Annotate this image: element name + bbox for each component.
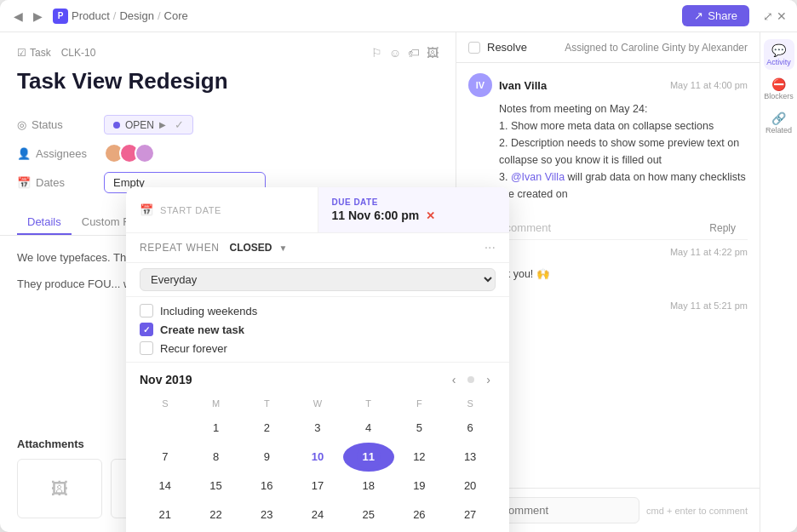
- task-header: ☑ Task CLK-10 ⚐ ☺ 🏷 🖼 Task View Redesign: [0, 32, 456, 115]
- cal-day-3-2[interactable]: 23: [241, 501, 292, 529]
- blockers-icon: ⛔: [771, 77, 786, 91]
- flag-icon[interactable]: ⚐: [371, 46, 382, 60]
- cal-day-2-0[interactable]: 14: [140, 472, 191, 501]
- task-tag: ☑ Task: [17, 47, 51, 59]
- weekends-checkbox[interactable]: [140, 304, 153, 317]
- image-icon[interactable]: 🖼: [427, 46, 439, 60]
- cal-day-3-1[interactable]: 22: [191, 501, 242, 529]
- cal-day-2-3[interactable]: 17: [292, 472, 343, 501]
- dates-label: 📅 Dates: [17, 176, 94, 189]
- due-date-value: 11 Nov 6:00 pm ✕: [332, 209, 496, 222]
- cal-day-0-1[interactable]: 1: [191, 414, 242, 443]
- cal-day-2-4[interactable]: 18: [343, 472, 394, 501]
- clear-due-date-button[interactable]: ✕: [426, 209, 435, 222]
- cal-day-0-3[interactable]: 3: [292, 414, 343, 443]
- recur-forever-checkbox[interactable]: [140, 341, 153, 355]
- due-date-label: DUE DATE: [332, 197, 496, 207]
- author-row-3: o May 11 at 5:21 pm: [468, 294, 748, 317]
- cal-week-0: 123456: [140, 414, 496, 443]
- dp-due-date[interactable]: DUE DATE 11 Nov 6:00 pm ✕: [318, 187, 510, 232]
- dates-icon: 📅: [17, 176, 31, 189]
- mention-ivan: @Ivan Villa: [511, 171, 565, 183]
- forward-button[interactable]: ▶: [30, 8, 46, 25]
- resolve-checkbox[interactable]: [468, 42, 480, 54]
- tag-icon[interactable]: 🏷: [408, 46, 420, 60]
- breadcrumb-core[interactable]: Core: [164, 9, 188, 22]
- cal-day-1-3[interactable]: 10: [292, 443, 343, 472]
- cal-day-1-1[interactable]: 8: [191, 443, 242, 472]
- sidebar-blockers-button[interactable]: ⛔ Blockers: [764, 73, 794, 104]
- share-button[interactable]: ↗ Share: [682, 5, 749, 26]
- dp-frequency-select: Everyday Every week Every month: [126, 263, 509, 297]
- attachment-1[interactable]: 🖼: [17, 459, 102, 518]
- cal-day-0-2[interactable]: 2: [241, 414, 292, 443]
- cal-day-1-6[interactable]: 13: [444, 443, 496, 472]
- cal-day-1-2[interactable]: 9: [241, 443, 292, 472]
- avatar-ivan: IV: [468, 73, 492, 97]
- time-3: May 11 at 5:21 pm: [670, 300, 748, 311]
- status-badge[interactable]: OPEN ▶ ✓: [104, 115, 193, 134]
- resolve-label[interactable]: Resolve: [487, 41, 527, 54]
- expand-button[interactable]: ⤢: [763, 9, 773, 23]
- sidebar-activity-button[interactable]: 💬 Activity: [764, 39, 794, 70]
- assignees-field: 👤 Assignees: [17, 143, 439, 163]
- comment-2-text: hk you! 🙌: [468, 267, 748, 280]
- dp-options: Including weekends ✓ Create new task Rec…: [126, 297, 509, 363]
- breadcrumb-product[interactable]: Product: [72, 9, 110, 22]
- back-button[interactable]: ◀: [10, 8, 26, 25]
- assignee-avatars[interactable]: [104, 143, 155, 163]
- related-icon: 🔗: [771, 112, 786, 125]
- cal-day-0-6[interactable]: 6: [444, 414, 496, 443]
- start-date-icon: 📅: [140, 203, 153, 216]
- dp-repeat-bar: REPEAT WHEN CLOSED ▼ ···: [126, 233, 509, 263]
- cal-day-3-3[interactable]: 24: [292, 501, 343, 529]
- reply-button[interactable]: Reply: [709, 222, 736, 234]
- cal-days-header: S M T W T F S: [140, 397, 496, 414]
- emoji-icon[interactable]: ☺: [389, 46, 401, 60]
- cal-day-1-5[interactable]: 12: [394, 443, 445, 472]
- frequency-select[interactable]: Everyday Every week Every month: [140, 268, 496, 291]
- cal-day-0-4[interactable]: 4: [343, 414, 394, 443]
- start-date-label: START DATE: [160, 205, 221, 215]
- related-label: Related: [765, 126, 792, 134]
- cal-day-3-4[interactable]: 25: [343, 501, 394, 529]
- activity-message-2: fe May 11 at 4:22 pm hk you! 🙌: [468, 240, 748, 280]
- task-title: Task View Redesign: [17, 68, 439, 94]
- day-F: F: [394, 397, 445, 414]
- cal-day-0-5[interactable]: 5: [394, 414, 445, 443]
- repeat-arrow-icon: ▼: [279, 243, 288, 253]
- dp-top: 📅 START DATE DUE DATE 11 Nov 6:00 pm ✕: [126, 187, 509, 233]
- cal-day-1-0[interactable]: 7: [140, 443, 191, 472]
- status-icon: ◎: [17, 118, 26, 131]
- task-meta-icons: ⚐ ☺ 🏷 🖼: [371, 46, 439, 60]
- status-check-icon: ✓: [175, 118, 184, 131]
- dp-start-date[interactable]: 📅 START DATE: [126, 187, 318, 232]
- tab-details[interactable]: Details: [17, 210, 72, 235]
- cal-day-2-6[interactable]: 20: [444, 472, 496, 501]
- option-create-new-task[interactable]: ✓ Create new task: [140, 323, 496, 336]
- cal-day-1-4[interactable]: 11: [343, 443, 394, 472]
- cal-day-2-2[interactable]: 16: [241, 472, 292, 501]
- cal-day-3-6[interactable]: 27: [444, 501, 496, 529]
- option-including-weekends[interactable]: Including weekends: [140, 304, 496, 317]
- cal-day-2-5[interactable]: 19: [394, 472, 445, 501]
- cal-week-3: 21222324252627: [140, 501, 496, 529]
- sidebar-related-button[interactable]: 🔗 Related: [764, 107, 794, 138]
- person-icon: 👤: [17, 147, 31, 160]
- cal-grid: S M T W T F S 12345678910111213141516171…: [140, 397, 496, 532]
- cal-day-3-0[interactable]: 21: [140, 501, 191, 529]
- cal-prev-button[interactable]: ‹: [447, 371, 462, 388]
- title-bar: ◀ ▶ P Product / Design / Core ↗ Share ⤢ …: [0, 0, 797, 32]
- close-button[interactable]: ✕: [777, 9, 787, 23]
- cal-day-2-1[interactable]: 15: [191, 472, 242, 501]
- time-1: May 11 at 4:00 pm: [670, 80, 748, 90]
- day-S2: S: [444, 397, 496, 414]
- breadcrumb-design[interactable]: Design: [119, 9, 153, 22]
- repeat-more-button[interactable]: ···: [485, 240, 496, 255]
- create-task-checkbox[interactable]: ✓: [140, 323, 153, 336]
- cal-day-3-5[interactable]: 26: [394, 501, 445, 529]
- author-name-1: Ivan Villa: [499, 79, 547, 92]
- day-W: W: [292, 397, 343, 414]
- cal-next-button[interactable]: ›: [481, 371, 496, 388]
- option-recur-forever[interactable]: Recur forever: [140, 341, 496, 355]
